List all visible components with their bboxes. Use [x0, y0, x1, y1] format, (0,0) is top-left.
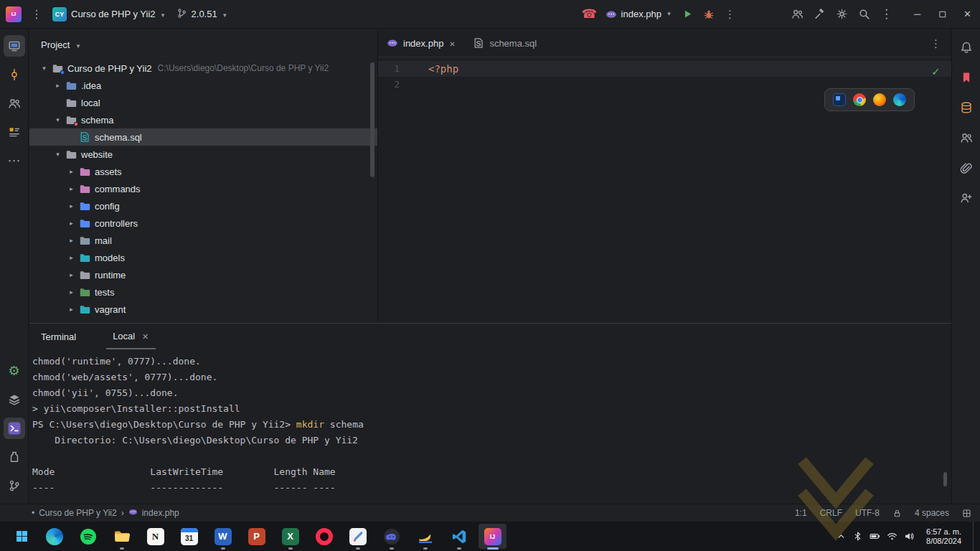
- scrollbar[interactable]: [943, 472, 947, 486]
- project-panel-header[interactable]: Project ▾: [29, 29, 377, 60]
- pull-requests-tool-button[interactable]: [4, 93, 25, 114]
- bluetooth-tray-button[interactable]: [852, 531, 863, 542]
- terminal-title[interactable]: Terminal: [41, 331, 76, 342]
- tree-item-curso-de-php-y-yii2[interactable]: ▾Curso de PHP y Yii2C:\Users\diego\Deskt…: [29, 60, 377, 77]
- services-tool-button[interactable]: [4, 389, 25, 410]
- attach-tool-button[interactable]: [956, 157, 977, 179]
- chevron-right-icon[interactable]: ▸: [65, 203, 77, 209]
- volume-tray-button[interactable]: [904, 531, 915, 542]
- chevron-right-icon[interactable]: ▸: [65, 186, 77, 192]
- run-more-button[interactable]: ⋮: [720, 4, 740, 25]
- chevron-down-icon[interactable]: ▾: [52, 117, 64, 123]
- battery-tray-button[interactable]: [870, 531, 880, 542]
- chevron-right-icon[interactable]: ▸: [65, 237, 77, 244]
- editor-tab-index-php[interactable]: index.php✕: [378, 29, 464, 57]
- tree-item-schema[interactable]: ▾schema: [29, 111, 377, 128]
- tree-item-models[interactable]: ▸models: [29, 249, 377, 266]
- bookmark-tool-button[interactable]: [956, 67, 977, 88]
- commit-tool-button[interactable]: [4, 64, 25, 85]
- firefox-icon[interactable]: [873, 93, 886, 106]
- chevron-right-icon[interactable]: ▸: [65, 272, 77, 278]
- project-selector[interactable]: CY Curso de PHP y Yii2 ▾: [47, 4, 171, 25]
- taskbar-app-file-explorer[interactable]: [105, 522, 138, 551]
- chevron-down-icon[interactable]: ▾: [38, 65, 50, 72]
- tree-item-config[interactable]: ▸config: [29, 197, 377, 215]
- tree-item-commands[interactable]: ▸commands: [29, 180, 377, 197]
- tools-button[interactable]: [809, 4, 831, 25]
- show-desktop-button[interactable]: [973, 522, 977, 551]
- jar-tool-button[interactable]: [4, 446, 25, 468]
- tree-item-tests[interactable]: ▸tests: [29, 283, 377, 301]
- run-button[interactable]: [677, 4, 698, 25]
- project-tool-button[interactable]: [4, 35, 25, 57]
- caret-position[interactable]: 1:1: [795, 508, 807, 518]
- tray-chevron-tray-button[interactable]: [837, 531, 846, 542]
- chevron-right-icon[interactable]: ▸: [65, 255, 77, 261]
- git-tool-button[interactable]: [4, 475, 25, 496]
- scrollbar[interactable]: [370, 62, 374, 177]
- close-icon[interactable]: ✕: [141, 331, 149, 342]
- taskbar-app-spotify[interactable]: [71, 522, 105, 551]
- readonly-lock-icon[interactable]: [892, 509, 902, 518]
- taskbar-app-excel[interactable]: X: [273, 522, 307, 551]
- taskbar-app-discord[interactable]: [374, 522, 408, 551]
- file-encoding[interactable]: UTF-8: [855, 508, 880, 518]
- settings-tool-button[interactable]: ⚙: [4, 360, 25, 382]
- terminal-tool-button[interactable]: [4, 418, 25, 439]
- taskbar-app-word[interactable]: W: [206, 522, 240, 551]
- editor-content[interactable]: 1<?php2: [378, 57, 951, 93]
- more-button[interactable]: ⋮: [875, 4, 897, 25]
- tab-close-icon[interactable]: ✕: [448, 38, 456, 49]
- taskbar-app-calendar[interactable]: 31: [172, 522, 206, 551]
- taskbar-app-opera[interactable]: [307, 522, 341, 551]
- taskbar-app-edge[interactable]: [37, 522, 71, 551]
- chevron-right-icon[interactable]: ▸: [65, 289, 77, 296]
- tree-item-controllers[interactable]: ▸controllers: [29, 215, 377, 232]
- terminal-tab-local[interactable]: Local ✕: [106, 324, 156, 349]
- taskbar-app-vscode[interactable]: [442, 522, 476, 551]
- code-with-me-tool-button[interactable]: [956, 187, 977, 209]
- vcs-widget[interactable]: 2.0.51 ▾: [171, 4, 233, 25]
- chevron-right-icon[interactable]: ▸: [65, 306, 77, 313]
- phone-button[interactable]: ☎: [578, 4, 600, 25]
- debug-button[interactable]: [698, 4, 720, 25]
- tree-item-mail[interactable]: ▸mail: [29, 232, 377, 249]
- preview-icon[interactable]: [833, 93, 846, 106]
- database-tool-button[interactable]: [956, 97, 977, 118]
- users-button[interactable]: [786, 4, 809, 25]
- taskbar-app-intellij[interactable]: IJ: [476, 522, 509, 551]
- chevron-down-icon[interactable]: ▾: [52, 151, 64, 158]
- statusbar-breadcrumb[interactable]: • Curso de PHP y Yii2 › index.php: [32, 507, 179, 519]
- terminal-output[interactable]: chmod('runtime', 0777)...done.chmod('web…: [29, 349, 951, 496]
- tree-item-website[interactable]: ▾website: [29, 146, 377, 163]
- run-config-selector[interactable]: index.php▾: [600, 4, 677, 25]
- main-menu-button[interactable]: ⋮: [26, 4, 47, 25]
- editor-tab-schema-sql[interactable]: schema.sql: [464, 29, 545, 57]
- tree-item-runtime[interactable]: ▸runtime: [29, 266, 377, 283]
- collaborators-tool-button[interactable]: [956, 127, 977, 149]
- chrome-icon[interactable]: [853, 93, 866, 106]
- taskbar-app-powerpoint[interactable]: P: [240, 522, 273, 551]
- maximize-window-button[interactable]: [930, 0, 955, 29]
- editor-tabs-more-button[interactable]: ⋮: [930, 29, 951, 57]
- bookmarks-tool-button[interactable]: [4, 121, 25, 143]
- tree-item-vagrant[interactable]: ▸vagrant: [29, 301, 377, 318]
- taskbar-app-notion[interactable]: N: [138, 522, 172, 551]
- indent-config[interactable]: 4 spaces: [915, 508, 949, 518]
- chevron-right-icon[interactable]: ▸: [52, 83, 64, 89]
- line-separator[interactable]: CRLF: [820, 508, 842, 518]
- taskbar-clock[interactable]: 6:57 a. m. 8/08/2024: [926, 527, 961, 546]
- tree-item-schema-sql[interactable]: schema.sql: [29, 128, 377, 146]
- search-button[interactable]: [853, 4, 875, 25]
- edge-icon[interactable]: [893, 93, 906, 106]
- close-window-button[interactable]: ✕: [955, 0, 980, 29]
- tree-item--idea[interactable]: ▸.idea: [29, 77, 377, 94]
- chevron-right-icon[interactable]: ▸: [65, 169, 77, 175]
- tree-item-local[interactable]: local: [29, 94, 377, 111]
- web-button[interactable]: [831, 4, 853, 25]
- chevron-right-icon[interactable]: ▸: [65, 220, 77, 227]
- taskbar-app-paint[interactable]: [341, 522, 374, 551]
- wifi-tray-button[interactable]: [887, 531, 897, 542]
- tree-item-assets[interactable]: ▸assets: [29, 163, 377, 180]
- minimize-window-button[interactable]: ─: [905, 0, 930, 29]
